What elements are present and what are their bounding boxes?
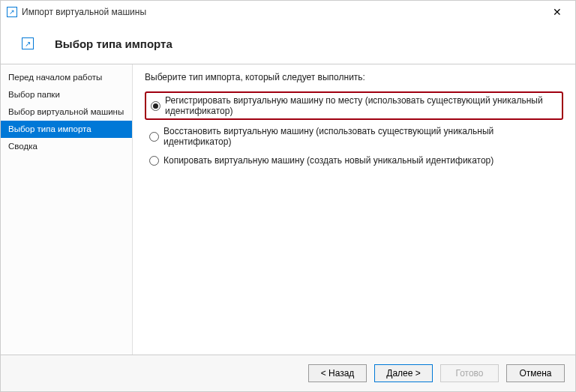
wizard-footer: < Назад Далее > Готово Отмена <box>1 355 575 391</box>
next-button[interactable]: Далее > <box>374 364 433 382</box>
radio-icon[interactable] <box>149 156 159 166</box>
wizard-steps-sidebar: Перед началом работыВыбор папкиВыбор вир… <box>1 64 133 355</box>
import-option[interactable]: Копировать виртуальную машину (создать н… <box>145 153 563 168</box>
close-icon[interactable]: ✕ <box>545 6 569 18</box>
window-title: Импорт виртуальной машины <box>22 7 545 17</box>
titlebar: ↗ Импорт виртуальной машины ✕ <box>1 1 575 23</box>
wizard-step[interactable]: Сводка <box>1 138 132 155</box>
wizard-icon: ↗ <box>22 37 34 49</box>
import-option-label: Восстановить виртуальную машину (использ… <box>164 126 559 147</box>
wizard-content: Выберите тип импорта, который следует вы… <box>133 64 575 355</box>
import-option-label: Копировать виртуальную машину (создать н… <box>164 155 494 166</box>
instruction-text: Выберите тип импорта, который следует вы… <box>145 72 563 82</box>
import-option[interactable]: Восстановить виртуальную машину (использ… <box>145 124 563 149</box>
wizard-step[interactable]: Перед началом работы <box>1 69 132 86</box>
back-button[interactable]: < Назад <box>308 364 367 382</box>
radio-icon[interactable] <box>151 101 160 111</box>
wizard-step[interactable]: Выбор типа импорта <box>1 121 132 138</box>
app-icon: ↗ <box>7 7 17 17</box>
import-option-label: Регистрировать виртуальную машину по мес… <box>165 95 557 116</box>
page-title: Выбор типа импорта <box>55 37 172 50</box>
import-type-radiogroup: Регистрировать виртуальную машину по мес… <box>145 91 563 168</box>
cancel-button[interactable]: Отмена <box>506 364 565 382</box>
finish-button: Готово <box>440 364 499 382</box>
radio-icon[interactable] <box>149 132 159 142</box>
wizard-step[interactable]: Выбор виртуальной машины <box>1 103 132 121</box>
wizard-step[interactable]: Выбор папки <box>1 86 132 103</box>
wizard-header: ↗ Выбор типа импорта <box>1 23 575 64</box>
import-option[interactable]: Регистрировать виртуальную машину по мес… <box>145 91 563 120</box>
